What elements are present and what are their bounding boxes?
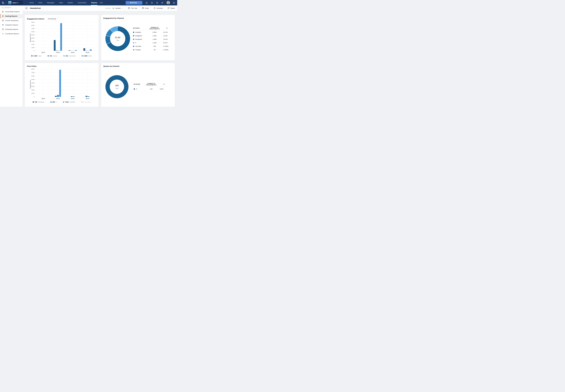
sidebar-item-scheduled-reports[interactable]: Scheduled Reports [0, 27, 23, 31]
table-row-threads[interactable]: Threads480.339% [133, 48, 172, 52]
bar-shares-q425[interactable] [85, 51, 87, 51]
nav-item-connections[interactable]: Connections [75, 0, 89, 5]
x-tick-label: Q2'25 [51, 98, 65, 99]
brand-selector[interactable]: Zylker T... [8, 1, 23, 5]
y-tick-label: 4,000 [31, 37, 34, 39]
legend-item-shares[interactable]: 191shares [48, 55, 57, 57]
settings-gear-icon[interactable] [156, 1, 158, 4]
legend-label: clicks [88, 55, 92, 57]
engagement-actions-card: Engagement Actions All Channels Engageme… [25, 15, 99, 60]
bar-linkedin-q225[interactable] [59, 70, 61, 97]
legend-dot [82, 55, 83, 56]
card-title: Engagement Actions [27, 18, 44, 20]
bar-shares-q225[interactable] [56, 50, 58, 51]
period-dropdown[interactable]: Quarter [116, 7, 121, 9]
calendar-icon [128, 7, 130, 9]
table-row-instagram[interactable]: Instagram1.64K11.6% [133, 34, 172, 38]
bar-x-q225[interactable] [57, 95, 59, 97]
table-row-youtube[interactable]: YouTube1000.706% [133, 44, 172, 48]
y-tick-label: 6,000 [31, 31, 34, 32]
y-tick-label: 6,000 [31, 75, 34, 77]
bar-group-q225 [51, 69, 65, 97]
sidebar-item-integration-reports[interactable]: Integration Reports [0, 23, 23, 27]
user-avatar[interactable] [166, 1, 170, 4]
legend-item-likes[interactable]: 4.32KLikes [31, 55, 41, 57]
bar-likes-q225[interactable] [54, 40, 55, 51]
sidebar-item-label: CrossBrand Reports [5, 33, 19, 35]
sidebar-item-custom-dashboard[interactable]: Custom Dashboard [0, 18, 23, 23]
table-header: % [158, 84, 170, 85]
nav-item-posts[interactable]: Posts [36, 0, 45, 5]
nav-item-messages[interactable]: Messages [45, 0, 57, 5]
table-header: NUMBER OF ENGAGEMENTS [148, 27, 162, 29]
activity-feed-icon[interactable] [146, 1, 148, 4]
x-tick-label: Q2'25 [51, 52, 65, 53]
bar-x-q325[interactable] [73, 97, 75, 97]
bar-clicks-q225[interactable] [60, 23, 62, 51]
nav-item-inbox[interactable]: Inbox [57, 0, 65, 5]
action-label: Export [170, 7, 175, 9]
new-post-dropdown[interactable] [138, 1, 142, 5]
bar-comments-q325[interactable] [73, 51, 75, 51]
clock-icon [2, 28, 4, 30]
network-name: LinkedIn [135, 31, 141, 33]
sidebar-item-label: Custom Dashboard [5, 20, 18, 21]
legend-value: 4.32K [33, 55, 37, 57]
engagement-actions-chart: Engagements01,0002,0003,0004,0005,0006,0… [27, 22, 96, 53]
chevron-down-icon [20, 2, 22, 3]
legend-value: 830 [53, 101, 55, 103]
legend-dot [48, 55, 49, 56]
legend-item-x[interactable]: 830X [50, 101, 57, 103]
bar-facebook-q225[interactable] [55, 96, 57, 97]
bar-likes-q325[interactable] [69, 50, 70, 51]
social-reports-icon [2, 11, 4, 13]
sidebar-item-social-media-reports[interactable]: Social Media Reports [0, 10, 23, 14]
email-button[interactable]: Email [139, 5, 151, 11]
channel-filter-dropdown[interactable]: All Channels [46, 17, 60, 20]
sidebar-item-crossbrand-reports[interactable]: CrossBrand Reports [0, 31, 23, 36]
bar-shares-q325[interactable] [71, 51, 72, 51]
nav-item-home[interactable]: Home [27, 0, 36, 5]
table-header-row: NETWORKNUMBER OF ENGAGEMENTS% [134, 82, 170, 87]
table-row-facebook[interactable]: Facebook1.48K10.4% [133, 38, 172, 41]
legend-value: 104 [65, 55, 68, 57]
table-row-x[interactable]: X1.35K9.51% [133, 41, 172, 44]
legend-item-youtube[interactable]: 0YouTube [81, 101, 91, 103]
sidebar-items: Social Media ReportsHashtag ReportsCusto… [0, 10, 23, 36]
bar-x-q425[interactable] [88, 96, 89, 97]
nav-item-monitor[interactable]: Monitor [65, 0, 75, 5]
new-post-button[interactable]: New Post [125, 1, 142, 5]
sidebar-item-label: Scheduled Reports [5, 28, 18, 30]
dashboard-icon [2, 19, 4, 22]
donut-total-label: Total [116, 40, 119, 41]
bar-clicks-q325[interactable] [75, 50, 77, 51]
notifications-bell-icon[interactable] [151, 1, 153, 4]
bar-comments-q225[interactable] [58, 51, 60, 51]
more-menu-icon[interactable] [100, 2, 103, 3]
bar-facebook-q425[interactable] [85, 96, 87, 97]
sidebar-item-hashtag-reports[interactable]: Hashtag Reports [0, 14, 23, 18]
bar-likes-q425[interactable] [83, 48, 85, 51]
bar-facebook-q325[interactable] [71, 96, 72, 97]
action-label: This Year [131, 7, 137, 9]
legend-item-comments[interactable]: 104comments [63, 55, 75, 57]
export-button[interactable]: Export [165, 5, 177, 11]
table-row-linkedin[interactable]: LinkedIn9.55K67.4% [133, 30, 172, 34]
legend-label: Facebook [38, 101, 44, 103]
table-row-x[interactable]: X192100% [134, 87, 170, 92]
announcements-megaphone-icon[interactable] [161, 1, 164, 4]
network-name: YouTube [135, 45, 141, 47]
network-dot [134, 88, 135, 90]
network-name: X [135, 42, 136, 44]
schedule-button[interactable]: Schedule [151, 5, 165, 11]
legend-item-linkedin[interactable]: 7.81KLinkedIn [63, 101, 75, 103]
y-tick-label: 7,000 [31, 72, 34, 73]
this-year-button[interactable]: This Year [125, 5, 139, 11]
bar-clicks-q425[interactable] [90, 49, 92, 51]
back-button[interactable] [25, 6, 28, 10]
legend-item-clicks[interactable]: 9.36Kclicks [82, 55, 92, 57]
bar-comments-q425[interactable] [88, 51, 89, 51]
apps-grid-icon[interactable] [173, 1, 175, 4]
nav-item-reports[interactable]: Reports [89, 0, 99, 5]
legend-item-facebook[interactable]: 720Facebook [33, 101, 44, 103]
